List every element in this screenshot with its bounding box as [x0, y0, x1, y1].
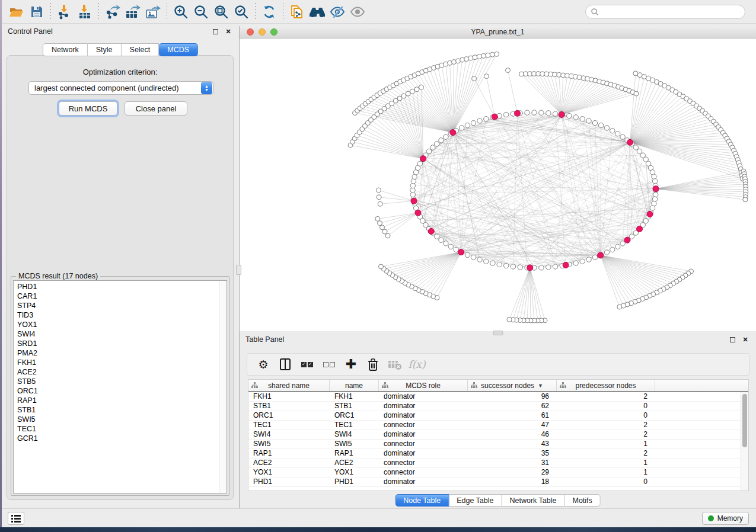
graph-node[interactable]	[481, 53, 486, 58]
network-window-titlebar[interactable]: YPA_prune.txt_1	[240, 26, 756, 39]
column-header-predecessor-nodes[interactable]: predecessor nodes	[557, 380, 655, 391]
graph-node[interactable]	[652, 174, 656, 179]
graph-node[interactable]	[468, 56, 473, 60]
graph-node[interactable]	[471, 120, 476, 125]
zoom-in-icon[interactable]	[171, 4, 191, 20]
column-header-successor-nodes[interactable]: successor nodes▼	[468, 380, 557, 391]
graph-node[interactable]	[406, 91, 410, 96]
graph-node[interactable]	[652, 179, 657, 184]
graph-node[interactable]	[620, 241, 625, 246]
graph-node[interactable]	[444, 241, 448, 246]
graph-node[interactable]	[604, 250, 609, 255]
graph-node[interactable]	[484, 259, 489, 264]
zoom-selected-icon[interactable]	[231, 4, 251, 20]
graph-node[interactable]	[506, 68, 511, 73]
graph-node[interactable]	[634, 91, 639, 96]
graph-node[interactable]	[375, 216, 380, 221]
mcds-result-item[interactable]: SWI5	[14, 415, 218, 424]
graph-node[interactable]	[410, 183, 415, 188]
graph-node[interactable]	[553, 111, 557, 116]
column-header-MCDS-role[interactable]: MCDS role	[379, 380, 468, 391]
mcds-result-item[interactable]: STB1	[14, 405, 218, 415]
split-column-icon[interactable]	[277, 357, 293, 372]
mcds-result-item[interactable]: STB5	[14, 377, 218, 386]
criterion-dropdown[interactable]: largest connected component (undirected)…	[28, 81, 213, 95]
show-all-icon[interactable]	[347, 4, 368, 20]
graph-node[interactable]	[615, 244, 620, 249]
graph-node[interactable]	[484, 117, 489, 121]
mcds-result-item[interactable]: TID3	[14, 310, 218, 320]
table-row[interactable]: SWI4SWI4dominator462	[248, 430, 741, 440]
graph-node[interactable]	[586, 118, 591, 123]
mcds-result-item[interactable]: STP4	[14, 301, 218, 310]
graph-node[interactable]	[434, 142, 439, 146]
mcds-result-item[interactable]: PHD1	[14, 282, 218, 291]
graph-node[interactable]	[490, 52, 495, 57]
table-row[interactable]: PHD1PHD1dominator180	[248, 477, 741, 487]
table-scrollbar-thumb[interactable]	[742, 394, 747, 447]
mcds-result-item[interactable]: SRD1	[14, 339, 218, 348]
graph-node[interactable]	[592, 120, 597, 125]
horizontal-splitter-handle[interactable]	[493, 331, 503, 335]
run-mcds-button[interactable]: Run MCDS	[59, 101, 117, 116]
close-table-panel-icon[interactable]: ✕	[741, 335, 750, 344]
table-row[interactable]: RAP1RAP1dominator352	[248, 449, 741, 459]
tab-network-table[interactable]: Network Table	[502, 494, 565, 507]
graph-node[interactable]	[459, 126, 464, 130]
graph-node[interactable]	[473, 55, 477, 60]
graph-node[interactable]	[743, 197, 748, 202]
graph-node[interactable]	[553, 264, 557, 269]
graph-node[interactable]	[401, 94, 406, 98]
graph-node-selected[interactable]	[559, 111, 564, 117]
graph-node[interactable]	[604, 126, 609, 130]
graph-node[interactable]	[465, 252, 470, 257]
mcds-result-item[interactable]: FKH1	[14, 358, 218, 367]
graph-node[interactable]	[377, 195, 381, 200]
graph-node[interactable]	[385, 233, 390, 238]
close-panel-icon[interactable]: ✕	[224, 27, 233, 36]
graph-node[interactable]	[610, 247, 615, 252]
tab-motifs[interactable]: Motifs	[564, 494, 600, 507]
graph-node[interactable]	[580, 117, 585, 121]
graph-node[interactable]	[444, 134, 448, 139]
table-scrollbar[interactable]	[741, 392, 748, 491]
refresh-layout-icon[interactable]	[259, 4, 279, 20]
graph-node[interactable]	[477, 55, 481, 59]
search-input[interactable]	[599, 8, 745, 16]
graph-node[interactable]	[454, 247, 458, 252]
graph-node[interactable]	[471, 255, 476, 259]
tab-network[interactable]: Network	[43, 43, 88, 56]
graph-node[interactable]	[615, 132, 620, 136]
graph-node[interactable]	[598, 123, 603, 127]
graph-node[interactable]	[486, 53, 490, 57]
export-table-icon[interactable]	[123, 4, 143, 20]
mcds-result-list[interactable]: PHD1CAR1STP4TID3YOX1SWI4SRD1PMA2FKH1ACE2…	[13, 280, 227, 493]
table-row[interactable]: FKH1FKH1dominator962	[248, 392, 741, 402]
graph-node[interactable]	[504, 112, 509, 117]
float-panel-icon[interactable]	[210, 27, 220, 36]
graph-node[interactable]	[592, 255, 597, 259]
graph-node[interactable]	[652, 197, 657, 201]
graph-node[interactable]	[504, 263, 509, 268]
graph-node-selected[interactable]	[420, 156, 426, 162]
graph-node[interactable]	[472, 76, 477, 81]
graph-node[interactable]	[419, 85, 424, 89]
graph-node[interactable]	[448, 244, 453, 249]
table-row[interactable]: YOX1YOX1connector291	[248, 468, 741, 477]
deselect-all-icon[interactable]	[321, 357, 337, 372]
search-field[interactable]	[585, 5, 745, 19]
find-icon[interactable]	[307, 4, 327, 20]
tab-select[interactable]: Select	[122, 43, 160, 56]
graph-node-selected[interactable]	[598, 252, 604, 258]
graph-node[interactable]	[546, 265, 551, 270]
graph-node[interactable]	[380, 225, 385, 230]
column-header-shared-name[interactable]: shared name	[248, 380, 330, 391]
graph-node[interactable]	[573, 261, 578, 265]
graph-node[interactable]	[573, 115, 578, 120]
memory-button[interactable]: Memory	[702, 512, 749, 525]
graph-node-selected[interactable]	[637, 226, 643, 232]
mcds-result-item[interactable]: PMA2	[14, 348, 218, 358]
table-row[interactable]: ORC1ORC1dominator610	[248, 411, 741, 421]
float-table-panel-icon[interactable]	[728, 335, 737, 344]
graph-node-selected[interactable]	[458, 249, 464, 255]
